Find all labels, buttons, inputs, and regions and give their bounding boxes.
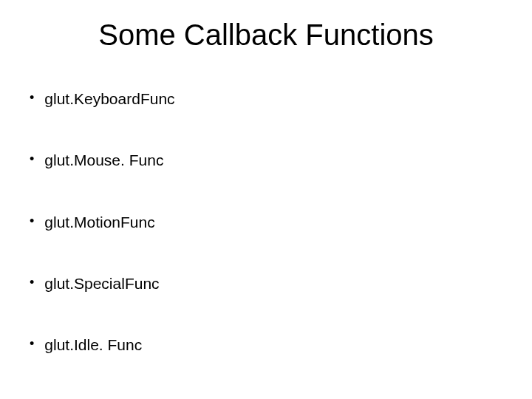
bullet-icon: •	[30, 212, 34, 231]
bullet-icon: •	[30, 273, 34, 292]
bullet-text: glut.KeyboardFunc	[44, 89, 174, 109]
list-item: • glut.SpecialFunc	[30, 273, 502, 293]
bullet-icon: •	[30, 335, 34, 353]
list-item: • glut.Idle. Func	[30, 335, 502, 355]
bullet-text: glut.Mouse. Func	[44, 150, 163, 170]
list-item: • glut.Mouse. Func	[30, 150, 502, 170]
bullet-icon: •	[30, 150, 34, 168]
slide-container: Some Callback Functions • glut.KeyboardF…	[0, 0, 532, 399]
slide-title: Some Callback Functions	[30, 18, 502, 52]
bullet-icon: •	[30, 89, 34, 107]
list-item: • glut.MotionFunc	[30, 212, 502, 232]
bullet-text: glut.Idle. Func	[44, 335, 142, 355]
list-item: • glut.KeyboardFunc	[30, 89, 502, 109]
bullet-text: glut.SpecialFunc	[44, 273, 159, 293]
bullet-text: glut.MotionFunc	[44, 212, 154, 232]
bullet-list: • glut.KeyboardFunc • glut.Mouse. Func •…	[30, 89, 502, 355]
